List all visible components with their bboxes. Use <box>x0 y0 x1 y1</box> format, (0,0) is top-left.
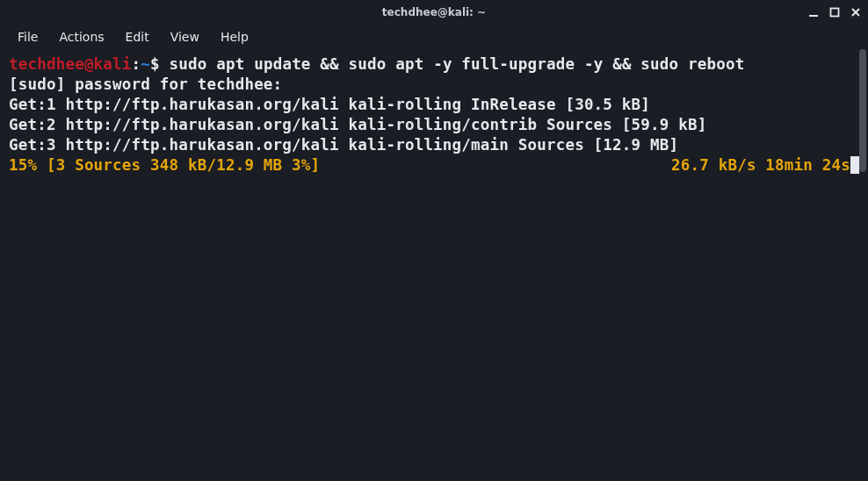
menu-actions[interactable]: Actions <box>48 26 114 47</box>
cursor <box>850 156 859 174</box>
terminal-output[interactable]: techdhee@kali:~$ sudo apt update && sudo… <box>0 49 868 481</box>
maximize-icon <box>829 7 840 18</box>
progress-left: 15% [3 Sources 348 kB/12.9 MB 3%] <box>9 155 320 176</box>
progress-row: 15% [3 Sources 348 kB/12.9 MB 3%]26.7 kB… <box>9 155 859 176</box>
maximize-button[interactable] <box>828 5 842 19</box>
close-icon <box>850 7 861 18</box>
close-button[interactable] <box>849 5 863 19</box>
menu-view[interactable]: View <box>160 26 210 47</box>
menubar: File Actions Edit View Help <box>0 25 868 49</box>
output-line-2: Get:2 http://ftp.harukasan.org/kali kali… <box>9 116 706 133</box>
progress-right: 26.7 kB/s 18min 24s <box>671 156 850 174</box>
prompt-userhost: techdhee@kali <box>9 55 132 73</box>
svg-rect-1 <box>831 9 839 17</box>
titlebar: techdhee@kali: ~ <box>0 0 868 25</box>
svg-rect-0 <box>809 15 818 17</box>
prompt-dollar: $ <box>150 55 169 73</box>
minimize-button[interactable] <box>807 5 821 19</box>
scrollbar[interactable] <box>859 49 866 172</box>
window-controls <box>807 0 863 25</box>
menu-help[interactable]: Help <box>210 26 259 47</box>
output-line-0: [sudo] password for techdhee: <box>9 75 282 93</box>
command-text: sudo apt update && sudo apt -y full-upgr… <box>170 55 745 73</box>
window-title: techdhee@kali: ~ <box>382 6 486 18</box>
output-line-1: Get:1 http://ftp.harukasan.org/kali kali… <box>9 96 650 113</box>
prompt-colon: : <box>132 55 141 73</box>
prompt-path: ~ <box>141 55 150 73</box>
menu-edit[interactable]: Edit <box>115 26 160 47</box>
menu-file[interactable]: File <box>7 26 48 47</box>
output-line-3: Get:3 http://ftp.harukasan.org/kali kali… <box>9 136 678 154</box>
minimize-icon <box>808 7 819 18</box>
